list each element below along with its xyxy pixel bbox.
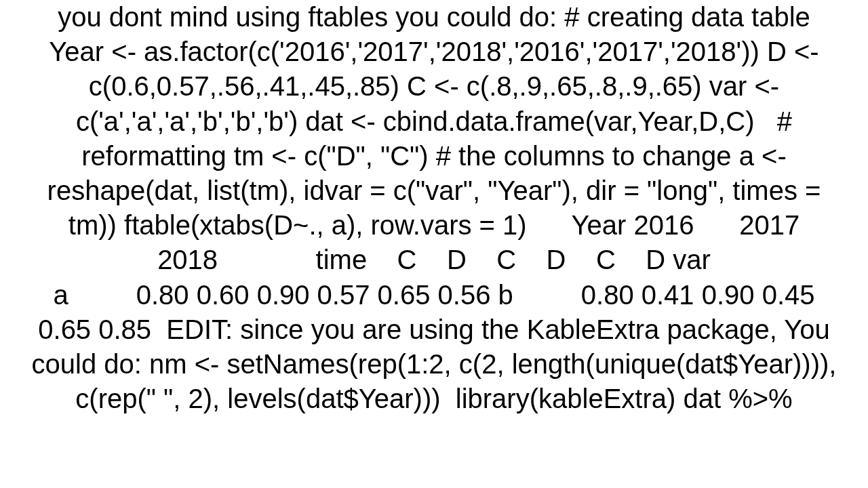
document-text: you dont mind using ftables you could do… [0, 0, 868, 488]
